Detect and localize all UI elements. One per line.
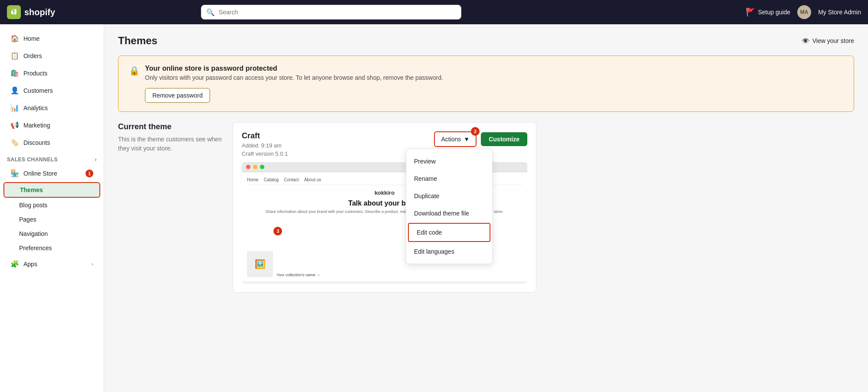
sidebar-subitem-themes[interactable]: Themes xyxy=(3,182,100,198)
home-icon: 🏠 xyxy=(10,34,19,42)
marketing-icon: 📢 xyxy=(10,121,19,129)
view-store-link[interactable]: 👁️ View your store xyxy=(801,37,854,45)
orders-icon: 📋 xyxy=(10,52,19,60)
blog-posts-label: Blog posts xyxy=(19,202,47,209)
lock-icon: 🔒 xyxy=(129,65,140,76)
flag-icon: 🚩 xyxy=(746,7,755,17)
current-theme-title: Current theme xyxy=(118,122,222,131)
customize-button[interactable]: Customize xyxy=(481,132,527,146)
theme-card: Craft Added: 9:19 am Craft version 5.0.1… xyxy=(233,122,536,293)
banner-title: Your online store is password protected xyxy=(145,65,443,72)
sidebar-item-products-label: Products xyxy=(23,70,47,77)
topbar-right: 🚩 Setup guide MA My Store Admin xyxy=(746,5,861,19)
online-store-label: Online Store xyxy=(23,170,57,177)
user-initials: MA xyxy=(800,9,809,15)
preview-collection-label: Your collection's name → xyxy=(276,273,320,277)
dot-red xyxy=(246,165,250,169)
actions-dropdown: Preview Rename Duplicate Download theme … xyxy=(406,149,493,264)
sidebar-item-online-store[interactable]: 🏪 Online Store 1 xyxy=(3,165,100,182)
preview-nav-home: Home xyxy=(247,177,259,182)
dot-yellow xyxy=(253,165,257,169)
sidebar-item-products[interactable]: 🛍️ Products xyxy=(3,65,100,82)
sidebar-item-orders[interactable]: 📋 Orders xyxy=(3,47,100,64)
discounts-icon: 🏷️ xyxy=(10,138,19,147)
sidebar-subitem-navigation[interactable]: Navigation xyxy=(3,227,100,241)
preview-nav-about: About us xyxy=(304,177,321,182)
store-icon: 🏪 xyxy=(10,169,19,177)
sidebar-item-analytics[interactable]: 📊 Analytics xyxy=(3,99,100,116)
themes-label: Themes xyxy=(20,186,43,193)
preview-nav-contact: Contact xyxy=(284,177,299,182)
sidebar-item-discounts[interactable]: 🏷️ Discounts xyxy=(3,134,100,151)
analytics-icon: 📊 xyxy=(10,104,19,112)
actions-button[interactable]: Actions ▼ xyxy=(434,131,477,147)
dropdown-rename[interactable]: Rename xyxy=(406,170,492,187)
sidebar-item-customers[interactable]: 👤 Customers xyxy=(3,82,100,99)
actions-label: Actions xyxy=(441,136,461,143)
current-theme-description: This is the theme customers see when the… xyxy=(118,135,222,153)
sidebar-item-orders-label: Orders xyxy=(23,52,42,59)
dropdown-edit-code[interactable]: Edit code xyxy=(408,223,490,242)
preferences-label: Preferences xyxy=(19,245,52,252)
dot-green xyxy=(260,165,264,169)
theme-card-header: Craft Added: 9:19 am Craft version 5.0.1… xyxy=(233,123,536,157)
sidebar-item-discounts-label: Discounts xyxy=(23,139,50,146)
sidebar-item-customers-label: Customers xyxy=(23,87,53,94)
search-input[interactable] xyxy=(201,5,461,20)
sidebar-item-apps[interactable]: 🧩 Apps › xyxy=(3,255,100,272)
topbar: shopify 🔍 🚩 Setup guide MA My Store Admi… xyxy=(0,0,868,24)
setup-guide-label: Setup guide xyxy=(758,9,790,16)
banner-description: Only visitors with your password can acc… xyxy=(145,74,443,81)
shopify-logo[interactable]: shopify xyxy=(7,5,55,19)
dropdown-edit-languages[interactable]: Edit languages xyxy=(406,243,492,260)
chevron-right-icon: › xyxy=(95,157,97,163)
navigation-label: Navigation xyxy=(19,230,48,237)
sidebar-item-home-label: Home xyxy=(23,35,39,42)
dropdown-duplicate[interactable]: Duplicate xyxy=(406,187,492,205)
page-title: Themes xyxy=(118,35,158,47)
step-badge-1: 1 xyxy=(85,170,93,177)
sidebar-item-marketing[interactable]: 📢 Marketing xyxy=(3,117,100,134)
main-content: Themes 👁️ View your store 🔒 Your online … xyxy=(104,24,868,392)
dropdown-preview[interactable]: Preview xyxy=(406,153,492,170)
view-store-label: View your store xyxy=(812,37,854,44)
sidebar-item-home[interactable]: 🏠 Home xyxy=(3,30,100,47)
sidebar: 🏠 Home 📋 Orders 🛍️ Products 👤 Customers … xyxy=(0,24,104,392)
apps-label: Apps xyxy=(23,261,37,268)
products-icon: 🛍️ xyxy=(10,69,19,77)
current-theme-section: Current theme This is the theme customer… xyxy=(118,122,854,293)
password-banner: 🔒 Your online store is password protecte… xyxy=(118,56,854,112)
pages-label: Pages xyxy=(19,216,36,223)
shopify-wordmark: shopify xyxy=(24,7,55,17)
sidebar-item-marketing-label: Marketing xyxy=(23,122,50,129)
image-placeholder-icon: 🖼️ xyxy=(255,259,266,269)
preview-image-placeholder: 🖼️ xyxy=(247,251,273,277)
shopify-bag-icon xyxy=(7,5,21,19)
apps-icon: 🧩 xyxy=(10,260,19,268)
sidebar-item-analytics-label: Analytics xyxy=(23,105,48,111)
sales-channels-section: Sales channels › xyxy=(0,151,104,164)
theme-info-text: Current theme This is the theme customer… xyxy=(118,122,222,153)
setup-guide-link[interactable]: 🚩 Setup guide xyxy=(746,7,790,17)
dropdown-download[interactable]: Download theme file xyxy=(406,205,492,222)
apps-chevron-icon: › xyxy=(92,261,93,267)
sidebar-subitem-preferences[interactable]: Preferences xyxy=(3,241,100,255)
theme-info: Craft Added: 9:19 am Craft version 5.0.1 xyxy=(242,131,288,157)
user-avatar[interactable]: MA xyxy=(797,5,811,19)
eye-icon: 👁️ xyxy=(801,37,810,45)
customers-icon: 👤 xyxy=(10,86,19,95)
search-icon: 🔍 xyxy=(206,8,215,16)
actions-chevron-icon: ▼ xyxy=(464,136,470,143)
sidebar-subitem-blog-posts[interactable]: Blog posts xyxy=(3,198,100,212)
sidebar-subitem-pages[interactable]: Pages xyxy=(3,212,100,226)
theme-name: Craft xyxy=(242,131,288,140)
preview-nav-catalog: Catalog xyxy=(264,177,279,182)
step-badge-2: 2 xyxy=(471,127,480,136)
theme-added: Added: 9:19 am xyxy=(242,142,288,149)
svg-rect-0 xyxy=(7,5,21,19)
theme-version: Craft version 5.0.1 xyxy=(242,150,288,157)
user-name: My Store Admin xyxy=(818,9,861,16)
remove-password-button[interactable]: Remove password xyxy=(145,88,210,103)
page-header: Themes 👁️ View your store xyxy=(118,35,854,47)
sales-channels-label: Sales channels xyxy=(7,157,58,163)
